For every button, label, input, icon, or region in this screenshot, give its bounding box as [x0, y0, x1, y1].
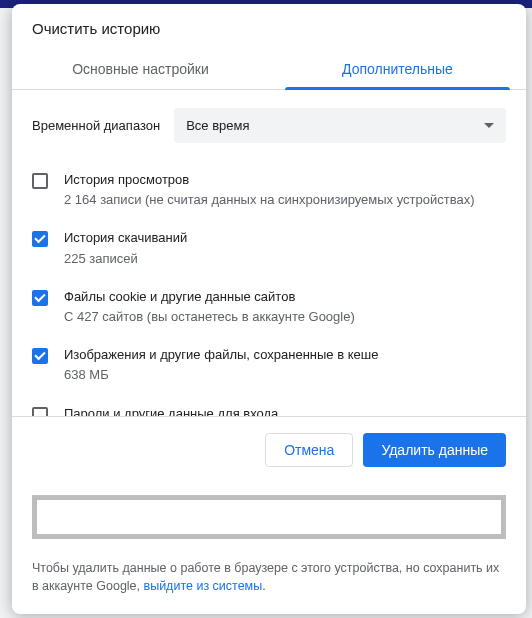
option-subtitle: 2 164 записи (не считая данных на синхро… [64, 191, 506, 209]
input-field[interactable] [32, 495, 506, 539]
option-row: История скачиваний225 записей [32, 219, 506, 277]
footer-text-after: . [262, 579, 265, 593]
clear-history-dialog: Очистить историю Основные настройки Допо… [12, 4, 526, 614]
checkbox[interactable] [32, 173, 48, 189]
option-row: Файлы cookie и другие данные сайтовС 427… [32, 278, 506, 336]
chevron-down-icon [484, 123, 494, 128]
option-subtitle: 225 записей [64, 250, 506, 268]
option-title: Изображения и другие файлы, сохраненные … [64, 346, 506, 364]
option-row: История просмотров2 164 записи (не счита… [32, 161, 506, 219]
sign-out-link[interactable]: выйдите из системы [144, 579, 263, 593]
time-range-label: Временной диапазон [32, 118, 160, 133]
option-title: История просмотров [64, 171, 506, 189]
option-row: Изображения и другие файлы, сохраненные … [32, 336, 506, 394]
tabs: Основные настройки Дополнительные [12, 49, 526, 90]
checkbox[interactable] [32, 348, 48, 364]
option-title: История скачиваний [64, 229, 506, 247]
option-row: Пароли и другие данные для входа1 синхро… [32, 395, 506, 416]
option-subtitle: 638 МБ [64, 366, 506, 384]
option-subtitle: С 427 сайтов (вы останетесь в аккаунте G… [64, 308, 506, 326]
time-range-select[interactable]: Все время [174, 108, 506, 143]
option-title: Файлы cookie и другие данные сайтов [64, 288, 506, 306]
checkbox[interactable] [32, 407, 48, 416]
time-range-value: Все время [186, 118, 249, 133]
dialog-title: Очистить историю [12, 4, 526, 49]
footer-note: Чтобы удалить данные о работе в браузере… [12, 559, 526, 615]
option-title: Пароли и другие данные для входа [64, 405, 506, 416]
confirm-button[interactable]: Удалить данные [363, 433, 506, 467]
cancel-button[interactable]: Отмена [265, 433, 353, 467]
checkbox[interactable] [32, 290, 48, 306]
options-scroll-area[interactable]: Временной диапазон Все время История про… [12, 90, 526, 416]
checkbox[interactable] [32, 231, 48, 247]
dialog-footer-buttons: Отмена Удалить данные [12, 416, 526, 483]
tab-advanced[interactable]: Дополнительные [269, 49, 526, 89]
tab-basic[interactable]: Основные настройки [12, 49, 269, 89]
